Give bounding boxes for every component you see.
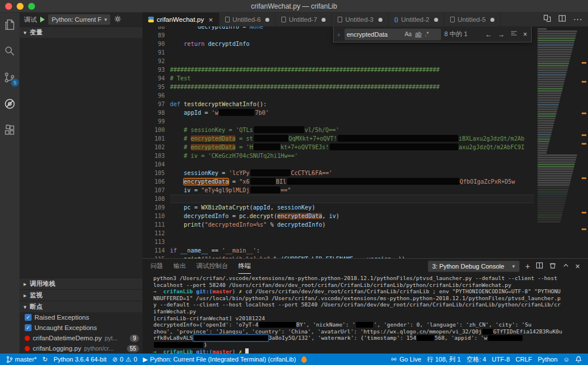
tab-terminal[interactable]: 终端 bbox=[238, 259, 251, 274]
tab-debug-console[interactable]: 调试控制台 bbox=[196, 259, 228, 274]
minimize-window-button[interactable] bbox=[17, 3, 24, 10]
code-line[interactable]: 114if __name__ == '__main__': bbox=[142, 246, 588, 255]
breakpoint-icon[interactable] bbox=[25, 346, 30, 351]
toggle-replace-icon[interactable]: › bbox=[336, 31, 341, 38]
breakpoint-item[interactable]: crifanLogging.pypython/cr...55 bbox=[20, 343, 142, 354]
git-branch-item[interactable]: master* bbox=[3, 354, 40, 365]
breakpoint-item[interactable]: ✓Raised Exceptions bbox=[20, 312, 142, 323]
tab-untitled-7[interactable]: Untitled-7 bbox=[276, 13, 332, 26]
whole-word-icon[interactable]: ab bbox=[415, 31, 422, 37]
call-stack-section-header[interactable]: ▸ 调用堆栈 bbox=[20, 278, 142, 289]
start-debug-icon[interactable] bbox=[40, 17, 45, 22]
modified-dot-icon[interactable] bbox=[434, 18, 438, 22]
terminal-select-dropdown[interactable]: 3: Python Debug Console ▾ bbox=[428, 261, 520, 272]
tab-problems[interactable]: 问题 bbox=[150, 259, 163, 274]
split-editor-icon[interactable] bbox=[558, 14, 566, 25]
code-line[interactable]: 94# Test bbox=[142, 74, 588, 83]
configure-gear-icon[interactable] bbox=[114, 15, 122, 24]
debug-icon[interactable] bbox=[2, 96, 17, 111]
code-line[interactable]: 101 # encryptedData = stQqMXkt+7+oQVT!iB… bbox=[142, 134, 588, 143]
new-terminal-icon[interactable]: + bbox=[525, 262, 530, 270]
notifications-bell-icon[interactable] bbox=[572, 356, 585, 363]
code-line[interactable]: 96 bbox=[142, 91, 588, 100]
minimap[interactable] bbox=[534, 26, 580, 258]
tab-untitled-3[interactable]: Untitled-3 bbox=[332, 13, 388, 26]
indentation-item[interactable]: 空格: 4 bbox=[463, 355, 489, 364]
breakpoint-item[interactable]: crifanDatetimeDemo.pypyt...9 bbox=[20, 333, 142, 343]
code-line[interactable]: 111 print("decryptedInfo=%s" % decrypted… bbox=[142, 220, 588, 229]
breakpoint-item[interactable]: ✓Uncaught Exceptions bbox=[20, 323, 142, 333]
code-line[interactable]: 102 # encryptedData = 'Hkt+7+oQVT9EJs!ax… bbox=[142, 143, 588, 152]
variables-section-header[interactable]: ▾ 变量 bbox=[20, 26, 142, 38]
modified-dot-icon[interactable] bbox=[322, 18, 326, 22]
zoom-window-button[interactable] bbox=[28, 3, 35, 10]
code-line[interactable]: 108 bbox=[142, 195, 588, 203]
regex-icon[interactable]: .* bbox=[424, 31, 430, 37]
maximize-panel-icon[interactable] bbox=[562, 261, 570, 271]
next-match-icon[interactable]: → bbox=[497, 30, 506, 38]
code-line[interactable]: 112 bbox=[142, 229, 588, 238]
code-line[interactable]: 109 pc = WXBizDataCrypt(appId, sessionKe… bbox=[142, 203, 588, 212]
modified-dot-icon[interactable] bbox=[490, 18, 494, 22]
code-line[interactable]: 93######################################… bbox=[142, 65, 588, 74]
go-live-item[interactable]: Go Live bbox=[388, 356, 424, 363]
source-control-icon[interactable]: 5 bbox=[2, 70, 17, 85]
modified-dot-icon[interactable] bbox=[265, 18, 269, 22]
explorer-icon[interactable] bbox=[2, 17, 17, 32]
code-line[interactable]: 106 encryptedData = "x6BIlQfbOIgaZcPxR+D… bbox=[142, 177, 588, 186]
language-mode-item[interactable]: Python bbox=[535, 356, 560, 363]
tab-untitled-2[interactable]: {}Untitled-2 bbox=[389, 13, 444, 26]
search-icon[interactable] bbox=[2, 44, 17, 59]
code-line[interactable]: 92 bbox=[142, 57, 588, 65]
problems-item[interactable]: ⊘ 0 ⚠ 0 bbox=[109, 354, 140, 365]
code-line[interactable]: 103 # iv = 'CKeGczH704cSNUTq2hi1Hw==' bbox=[142, 152, 588, 160]
code-line[interactable]: 107 iv = "eTy4gl9plMLDj==" bbox=[142, 186, 588, 195]
cursor-position-item[interactable]: 行 108, 列 1 bbox=[424, 355, 464, 364]
debug-configuration-dropdown[interactable]: Python: Current F ▾ bbox=[48, 14, 110, 25]
flame-icon[interactable] bbox=[299, 354, 310, 365]
tab-crifanwechat.py[interactable]: crifanWechat.py× bbox=[142, 13, 219, 26]
eol-item[interactable]: CRLF bbox=[513, 356, 535, 363]
code-line[interactable]: 97def testdecryptWechatInfo(): bbox=[142, 100, 588, 108]
split-terminal-icon[interactable] bbox=[536, 261, 543, 271]
code-line[interactable]: 104 bbox=[142, 160, 588, 169]
sync-icon[interactable]: ↻ bbox=[40, 354, 51, 365]
watch-section-header[interactable]: ▸ 监视 bbox=[20, 289, 142, 301]
code-line[interactable]: 91 bbox=[142, 48, 588, 57]
find-input-box[interactable]: Aa ab .* bbox=[345, 29, 441, 40]
tab-untitled-6[interactable]: Untitled-6 bbox=[219, 13, 276, 26]
debug-config-item[interactable]: ▶ Python: Current File (Integrated Termi… bbox=[140, 354, 299, 365]
python-interpreter-item[interactable]: Python 3.6.4 64-bit bbox=[51, 354, 109, 365]
match-case-icon[interactable]: Aa bbox=[404, 31, 412, 37]
encoding-item[interactable]: UTF-8 bbox=[489, 356, 513, 363]
find-in-selection-icon[interactable] bbox=[509, 30, 519, 38]
code-line[interactable]: 110 decryptedInfo = pc.decrypt(encrypted… bbox=[142, 212, 588, 220]
code-line[interactable]: 105 sessionKey = 'lcYPyCcCTYL6FA==' bbox=[142, 169, 588, 177]
more-actions-icon[interactable]: ··· bbox=[573, 14, 582, 25]
close-find-icon[interactable]: × bbox=[522, 30, 528, 38]
modified-dot-icon[interactable] bbox=[378, 18, 382, 22]
extensions-icon[interactable] bbox=[2, 123, 17, 138]
breakpoint-icon[interactable] bbox=[25, 336, 30, 341]
close-panel-icon[interactable]: × bbox=[575, 262, 580, 270]
code-line[interactable]: 115 print("[crifanLib-%s] %s" % (CURRENT… bbox=[142, 255, 588, 258]
open-changes-icon[interactable] bbox=[543, 14, 551, 25]
tab-output[interactable]: 输出 bbox=[173, 259, 186, 274]
close-window-button[interactable] bbox=[5, 3, 12, 10]
breakpoints-section-header[interactable]: ▾ 断点 bbox=[20, 301, 142, 312]
code-line[interactable]: 98 appId = 'w7b0' bbox=[142, 108, 588, 117]
code-line[interactable]: 95######################################… bbox=[142, 83, 588, 91]
code-line[interactable]: 99 bbox=[142, 117, 588, 126]
code-line[interactable]: 113 bbox=[142, 238, 588, 246]
previous-match-icon[interactable]: ← bbox=[484, 30, 493, 38]
checkbox-checked-icon[interactable]: ✓ bbox=[25, 324, 32, 331]
overview-ruler[interactable] bbox=[580, 26, 588, 258]
editor[interactable]: 88 decryptdInfo = None8990 return decryp… bbox=[142, 26, 588, 258]
close-tab-icon[interactable]: × bbox=[208, 15, 213, 24]
feedback-smiley-icon[interactable]: ☺ bbox=[560, 356, 572, 363]
kill-terminal-icon[interactable] bbox=[549, 261, 556, 271]
tab-untitled-5[interactable]: Untitled-5 bbox=[444, 13, 501, 26]
find-input[interactable] bbox=[347, 31, 402, 38]
terminal-output[interactable]: python3 /Users/crifan/.vscode/extensions… bbox=[142, 274, 588, 354]
code-line[interactable]: 100 # sessionKey = 'QTLsvl/5h/Q==' bbox=[142, 126, 588, 134]
